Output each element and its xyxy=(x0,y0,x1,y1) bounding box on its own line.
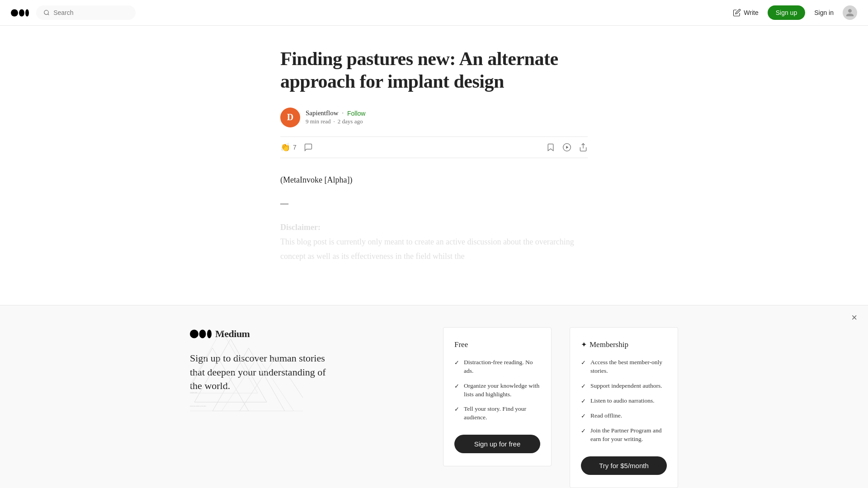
clap-icon: 👏 xyxy=(280,142,290,152)
article-body-intro: (MetaInvoke [Alpha]) xyxy=(280,173,588,187)
medium-logo[interactable] xyxy=(11,7,29,19)
signup-button[interactable]: Sign up xyxy=(768,5,805,20)
article-title: Finding pastures new: An alternate appro… xyxy=(280,47,588,93)
clap-button[interactable]: 👏 7 xyxy=(280,142,297,152)
svg-point-2 xyxy=(25,9,29,16)
svg-point-1 xyxy=(19,9,24,16)
avatar[interactable]: D xyxy=(280,108,300,127)
signin-button[interactable]: Sign in xyxy=(814,9,834,16)
svg-line-4 xyxy=(48,14,49,15)
follow-button[interactable]: Follow xyxy=(347,110,365,117)
save-button[interactable] xyxy=(546,143,555,152)
actions-bar: 👏 7 xyxy=(280,136,588,158)
search-icon xyxy=(43,9,50,16)
signup-modal: × Medium Sign up to discover human stori… xyxy=(0,305,868,309)
comment-button[interactable] xyxy=(304,143,313,152)
write-button[interactable]: Write xyxy=(733,9,758,17)
publish-date: 2 days ago xyxy=(338,118,363,125)
actions-right xyxy=(546,143,588,152)
share-button[interactable] xyxy=(579,143,588,152)
article-meta: 9 min read · 2 days ago xyxy=(306,118,365,125)
clap-count: 7 xyxy=(293,144,297,151)
author-name-row: Sapientflow · Follow xyxy=(306,109,365,117)
navbar: Write Sign up Sign in xyxy=(0,0,868,26)
svg-point-3 xyxy=(44,10,48,14)
svg-marker-6 xyxy=(566,145,568,149)
author-row: D Sapientflow · Follow 9 min read · 2 da… xyxy=(280,108,588,127)
nav-right: Write Sign up Sign in xyxy=(733,5,857,20)
overlay-backdrop xyxy=(0,208,868,309)
meta-sep: · xyxy=(334,118,335,125)
avatar[interactable] xyxy=(843,5,857,20)
write-label: Write xyxy=(744,9,758,16)
play-icon xyxy=(562,143,571,152)
search-input[interactable] xyxy=(53,9,128,16)
author-meta: Sapientflow · Follow 9 min read · 2 days… xyxy=(306,109,365,125)
author-name[interactable]: Sapientflow xyxy=(306,109,339,117)
bookmark-icon xyxy=(546,143,555,152)
svg-point-0 xyxy=(11,9,18,16)
nav-left xyxy=(11,5,136,20)
separator: · xyxy=(342,110,344,117)
share-icon xyxy=(579,143,588,152)
actions-left: 👏 7 xyxy=(280,142,313,152)
search-bar[interactable] xyxy=(36,5,136,20)
read-time: 9 min read xyxy=(306,118,331,125)
write-icon xyxy=(733,9,741,17)
comment-icon xyxy=(304,143,313,152)
play-button[interactable] xyxy=(562,143,571,152)
